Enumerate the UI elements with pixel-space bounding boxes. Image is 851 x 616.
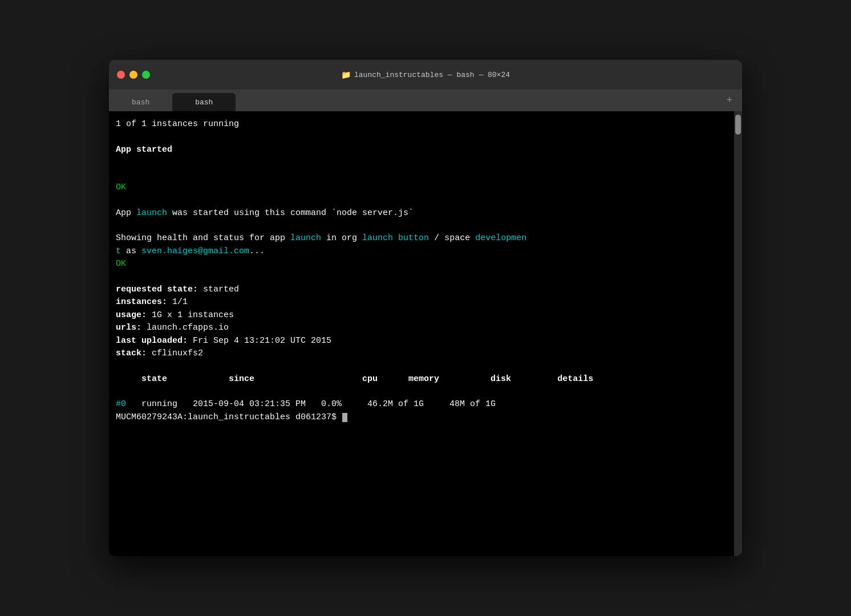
titlebar: 📁 launch_instructables — bash — 80×24 [109, 60, 742, 90]
line-usage: usage: 1G x 1 instances [116, 309, 719, 322]
line-ok-1: OK [116, 181, 719, 194]
close-button[interactable] [117, 71, 125, 79]
new-tab-button[interactable]: + [723, 94, 736, 107]
scrollbar-thumb[interactable] [735, 115, 741, 135]
line-requested-state: requested state: started [116, 283, 719, 297]
folder-icon: 📁 [341, 70, 351, 80]
minimize-button[interactable] [129, 71, 137, 79]
line-prompt: MUCM60279243A:launch_instructables d0612… [116, 411, 719, 424]
traffic-lights [117, 71, 150, 79]
line-instance-row: #0 running 2015-09-04 03:21:35 PM 0.0% 4… [116, 398, 719, 411]
line-last-uploaded: last uploaded: Fri Sep 4 13:21:02 UTC 20… [116, 335, 719, 348]
line-app-launch: App launch was started using this comman… [116, 207, 719, 220]
terminal-window: 📁 launch_instructables — bash — 80×24 ba… [109, 60, 742, 556]
title-text: launch_instructables — bash — 80×24 [354, 71, 510, 79]
line-stack: stack: cflinuxfs2 [116, 347, 719, 360]
line-urls: urls: launch.cfapps.io [116, 322, 719, 335]
tab-bash-1[interactable]: bash [109, 93, 172, 111]
tab-bash-2[interactable]: bash [172, 93, 236, 111]
line-instances: 1 of 1 instances running [116, 118, 719, 131]
window-title: 📁 launch_instructables — bash — 80×24 [341, 70, 510, 80]
line-app-started: App started [116, 144, 719, 157]
maximize-button[interactable] [142, 71, 150, 79]
line-showing: Showing health and status for app launch… [116, 232, 719, 245]
line-showing-cont: t as sven.haiges@gmail.com... [116, 245, 719, 258]
line-instances-count: instances: 1/1 [116, 296, 719, 309]
terminal-body[interactable]: 1 of 1 instances running App started OK … [109, 111, 742, 556]
tabs-bar: bash bash + [109, 90, 742, 111]
line-ok-2: OK [116, 258, 719, 271]
line-table-header: state since cpu memory disk details [116, 373, 719, 386]
scrollbar[interactable] [734, 111, 742, 556]
terminal-content: 1 of 1 instances running App started OK … [116, 118, 731, 424]
